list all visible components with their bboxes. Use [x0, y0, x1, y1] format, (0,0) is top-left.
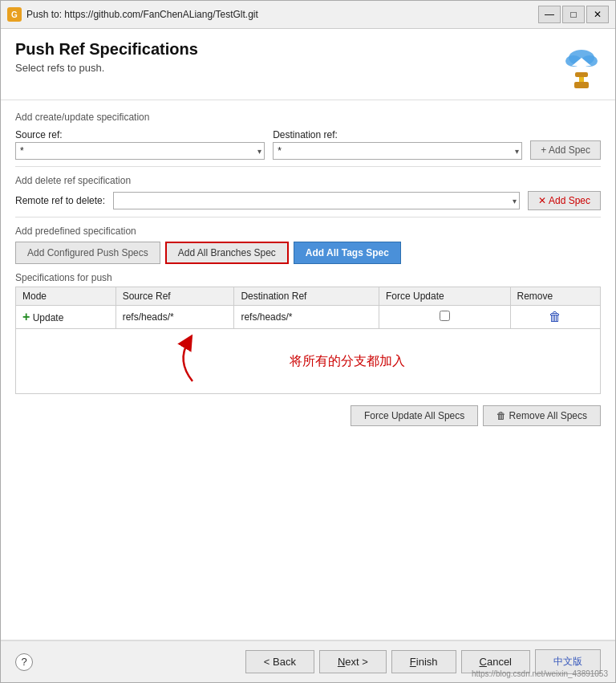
- window: G Push to: https://github.com/FanChenALi…: [0, 0, 616, 683]
- dest-ref-field: Destination ref: * ▾: [273, 129, 522, 160]
- minimize-button[interactable]: —: [538, 6, 561, 23]
- watermark: https://blog.csdn.net/weixin_43891053: [472, 669, 608, 678]
- predefined-buttons: Add Configured Push Specs Add All Branch…: [15, 242, 601, 264]
- header: Push Ref Specifications Select refs to p…: [1, 29, 615, 100]
- col-remove: Remove: [510, 287, 601, 306]
- delete-ref-label: Add delete ref specification: [15, 175, 601, 186]
- title-bar-controls: — □ ✕: [538, 6, 609, 23]
- cancel-label: Cancel: [480, 656, 512, 668]
- specs-for-push-label: Specifications for push: [15, 272, 601, 283]
- delete-add-spec-button[interactable]: ✕ Add Spec: [528, 191, 601, 210]
- col-dest-ref: Destination Ref: [234, 287, 379, 306]
- title-bar: G Push to: https://github.com/FanChenALi…: [1, 1, 615, 29]
- finish-underline: F: [410, 656, 416, 668]
- page-subtitle: Select refs to push.: [15, 62, 198, 74]
- remove-all-specs-button[interactable]: 🗑 Remove All Specs: [483, 405, 601, 426]
- maximize-button[interactable]: □: [562, 6, 585, 23]
- force-update-all-specs-button[interactable]: Force Update All Specs: [351, 405, 478, 426]
- dest-ref-label: Destination ref:: [273, 129, 522, 140]
- next-label: Next >: [338, 656, 368, 668]
- annotation-row: 将所有的分支都加入: [16, 329, 601, 394]
- force-update-checkbox[interactable]: [440, 311, 450, 321]
- cancel-underline: C: [480, 656, 487, 668]
- predefined-label: Add predefined specification: [15, 226, 601, 237]
- next-button[interactable]: Next >: [319, 650, 387, 673]
- add-configured-push-specs-button[interactable]: Add Configured Push Specs: [15, 242, 160, 264]
- add-all-branches-spec-button[interactable]: Add All Branches Spec: [165, 242, 289, 264]
- source-ref-label: Source ref:: [15, 129, 265, 140]
- divider-2: [15, 217, 601, 218]
- remote-ref-label: Remote ref to delete:: [15, 195, 105, 206]
- back-button[interactable]: < Back: [245, 650, 314, 673]
- help-button[interactable]: ?: [15, 653, 33, 671]
- col-force-update: Force Update: [379, 287, 510, 306]
- arrow-svg: [144, 329, 241, 385]
- trash-icon[interactable]: 🗑: [549, 310, 561, 323]
- col-mode: Mode: [16, 287, 116, 306]
- finish-label: Finish: [410, 656, 438, 668]
- footer-left: ?: [15, 653, 239, 671]
- dest-ref-select[interactable]: *: [273, 142, 522, 160]
- add-all-tags-spec-button[interactable]: Add All Tags Spec: [294, 242, 401, 264]
- specs-table-header: Mode Source Ref Destination Ref Force Up…: [16, 287, 601, 306]
- col-source-ref: Source Ref: [116, 287, 234, 306]
- cell-mode: + Update: [16, 306, 116, 329]
- content: Add create/update specification Source r…: [1, 100, 615, 640]
- svg-rect-6: [575, 72, 588, 77]
- header-text: Push Ref Specifications Select refs to p…: [15, 40, 198, 74]
- add-spec-button[interactable]: + Add Spec: [530, 140, 601, 160]
- cell-force-update: [379, 306, 510, 329]
- remote-ref-select[interactable]: [113, 192, 520, 209]
- header-icon: [562, 43, 601, 91]
- source-ref-select[interactable]: *: [15, 142, 265, 160]
- annotation-text: 将所有的分支都加入: [282, 345, 413, 378]
- cell-source-ref: refs/heads/*: [116, 306, 234, 329]
- source-ref-field: Source ref: * ▾: [15, 129, 265, 160]
- remote-ref-select-wrapper: ▾: [113, 192, 520, 209]
- create-update-label: Add create/update specification: [15, 112, 601, 123]
- source-ref-select-wrapper: * ▾: [15, 142, 265, 160]
- close-button[interactable]: ✕: [586, 6, 609, 23]
- delete-ref-row: Remote ref to delete: ▾ ✕ Add Spec: [15, 191, 601, 210]
- app-icon: G: [7, 7, 22, 22]
- bottom-action-buttons: Force Update All Specs 🗑 Remove All Spec…: [15, 400, 601, 431]
- annotation-area: 将所有的分支都加入: [16, 329, 600, 393]
- next-underline: N: [338, 656, 345, 668]
- title-bar-text: Push to: https://github.com/FanChenALian…: [26, 9, 533, 20]
- page-title: Push Ref Specifications: [15, 40, 198, 59]
- cell-remove: 🗑: [510, 306, 601, 329]
- divider-1: [15, 166, 601, 167]
- svg-rect-7: [574, 82, 589, 88]
- table-row: + Update refs/heads/* refs/heads/* 🗑: [16, 306, 601, 329]
- finish-button[interactable]: Finish: [391, 650, 456, 673]
- specs-table: Mode Source Ref Destination Ref Force Up…: [15, 287, 601, 394]
- cell-dest-ref: refs/heads/*: [234, 306, 379, 329]
- plus-icon: +: [22, 310, 30, 323]
- specs-section: Specifications for push Mode Source Ref …: [15, 272, 601, 431]
- dest-ref-select-wrapper: * ▾: [273, 142, 522, 160]
- create-update-row: Source ref: * ▾ Destination ref: * ▾ + A…: [15, 128, 601, 160]
- annotation-cell: 将所有的分支都加入: [16, 329, 601, 394]
